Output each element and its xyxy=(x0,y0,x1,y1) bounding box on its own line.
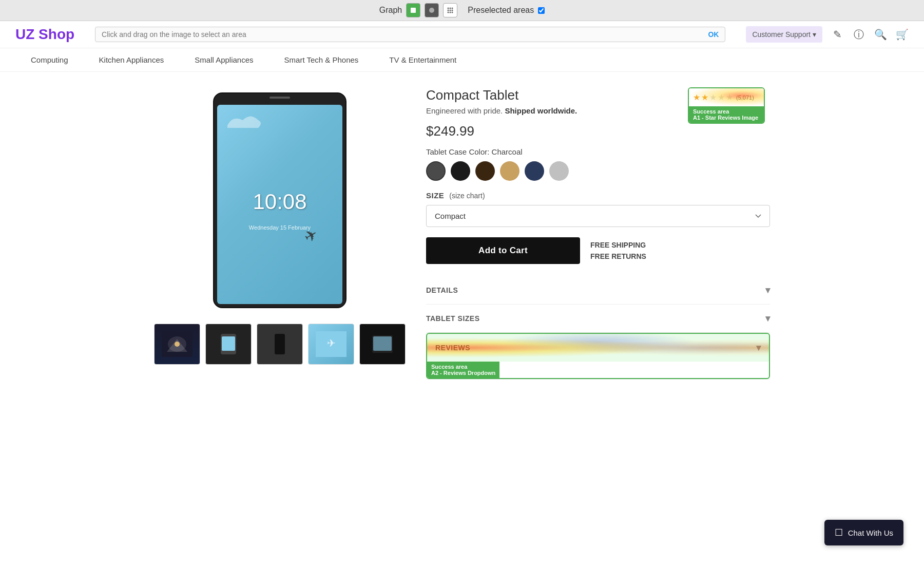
review-count: (5,071) xyxy=(736,95,754,101)
thumbnail-5[interactable] xyxy=(359,324,406,365)
tablet-device: 10:08 Wednesday 15 February ✈ xyxy=(213,92,346,308)
tablet-sizes-accordion: TABLET SIZES ▾ xyxy=(426,305,770,333)
main-content: 10:08 Wednesday 15 February ✈ xyxy=(128,72,796,395)
svg-text:✈: ✈ xyxy=(327,337,336,349)
header: UZ Shop OK Customer Support ▾ ✎ ⓘ 🔍 🛒 xyxy=(0,21,924,48)
size-chart-link[interactable]: (size chart) xyxy=(449,192,485,200)
tablet-sizes-arrow-icon: ▾ xyxy=(765,313,771,324)
subtitle-bold: Shipped worldwide. xyxy=(505,106,577,115)
tablet-date: Wednesday 15 February xyxy=(249,224,311,231)
star-1: ★ xyxy=(693,92,700,102)
graph-section: Graph xyxy=(379,3,457,17)
success-label-a2: Success area A2 - Reviews Dropdown xyxy=(427,362,499,378)
account-icon[interactable]: ✎ xyxy=(831,28,844,41)
color-swatch-charcoal[interactable] xyxy=(426,161,446,181)
thumbnail-row: ✈ xyxy=(154,324,406,365)
thumbnail-1[interactable] xyxy=(154,324,200,365)
star-3: ★ xyxy=(709,92,717,102)
location-icon[interactable]: ⓘ xyxy=(852,28,865,41)
thumbnail-2[interactable] xyxy=(205,324,252,365)
nav-item-kitchen[interactable]: Kitchen Appliances xyxy=(84,48,180,71)
add-to-cart-section: Add to Cart FREE SHIPPING FREE RETURNS xyxy=(426,237,770,264)
star-5: ★ xyxy=(726,92,733,102)
svg-point-4 xyxy=(452,8,453,9)
preselected-section: Preselected areas xyxy=(468,6,545,15)
reviews-label: REVIEWS xyxy=(435,344,470,352)
cart-icon[interactable]: 🛒 xyxy=(895,28,909,41)
color-swatch-black[interactable] xyxy=(451,161,470,181)
tablet-screen: 10:08 Wednesday 15 February ✈ xyxy=(217,105,342,304)
chevron-down-icon: ▾ xyxy=(813,30,816,39)
search-icon[interactable]: 🔍 xyxy=(874,28,887,41)
star-2: ★ xyxy=(701,92,708,102)
svg-point-6 xyxy=(450,10,451,11)
color-swatch-silver[interactable] xyxy=(549,161,569,181)
subtitle-plain: Engineered with pride. xyxy=(426,106,503,115)
search-input[interactable] xyxy=(102,30,704,39)
search-ok-button[interactable]: OK xyxy=(708,30,719,39)
svg-point-2 xyxy=(448,8,449,9)
svg-point-1 xyxy=(429,8,434,13)
thumbnail-3[interactable] xyxy=(257,324,303,365)
color-section: Tablet Case Color: Charcoal xyxy=(426,147,770,181)
success-sub-a2: A2 - Reviews Dropdown xyxy=(431,370,495,376)
size-header: SIZE (size chart) xyxy=(426,191,770,200)
svg-point-9 xyxy=(450,12,451,13)
nav-item-computing[interactable]: Computing xyxy=(15,48,84,71)
success-title-a2: Success area xyxy=(431,364,495,370)
reviews-arrow-icon: ▾ xyxy=(756,342,761,353)
star-4: ★ xyxy=(718,92,725,102)
graph-btn-dots[interactable] xyxy=(443,3,457,17)
success-sub-a1: A1 - Star Reviews Image xyxy=(693,115,760,121)
tablet-sizes-label: TABLET SIZES xyxy=(426,314,480,323)
graph-btn-square[interactable] xyxy=(406,3,420,17)
annotation-bar: Graph Preselected areas xyxy=(0,0,924,21)
customer-support-button[interactable]: Customer Support ▾ xyxy=(746,26,822,43)
star-reviews-widget: ★ ★ ★ ★ ★ (5,071) Success area A1 - Star… xyxy=(688,87,770,124)
site-logo[interactable]: UZ Shop xyxy=(15,26,74,43)
product-details: Compact Tablet Engineered with pride. Sh… xyxy=(426,87,770,380)
tablet-time: 10:08 xyxy=(253,190,306,214)
svg-point-8 xyxy=(448,12,449,13)
svg-rect-0 xyxy=(411,8,416,13)
details-accordion-header[interactable]: DETAILS ▾ xyxy=(426,276,770,304)
header-right: Customer Support ▾ ✎ ⓘ 🔍 🛒 xyxy=(746,26,909,43)
svg-rect-18 xyxy=(275,334,285,354)
svg-point-10 xyxy=(452,12,453,13)
color-swatch-navy[interactable] xyxy=(525,161,544,181)
details-accordion: DETAILS ▾ xyxy=(426,276,770,305)
nav-item-tv[interactable]: TV & Entertainment xyxy=(374,48,472,71)
reviews-accordion-header[interactable]: REVIEWS ▾ xyxy=(427,334,769,362)
add-to-cart-button[interactable]: Add to Cart xyxy=(426,237,580,264)
details-label: DETAILS xyxy=(426,286,458,294)
nav-item-smart-tech[interactable]: Smart Tech & Phones xyxy=(269,48,374,71)
search-bar: OK xyxy=(95,27,725,42)
details-arrow-icon: ▾ xyxy=(765,285,771,296)
thumbnail-4[interactable]: ✈ xyxy=(308,324,354,365)
size-section: SIZE (size chart) Compact Standard Large xyxy=(426,191,770,227)
svg-rect-23 xyxy=(373,336,392,351)
preselected-label: Preselected areas xyxy=(468,6,534,15)
tablet-sizes-accordion-header[interactable]: TABLET SIZES ▾ xyxy=(426,305,770,332)
success-title-a1: Success area xyxy=(693,108,760,115)
color-swatch-tan[interactable] xyxy=(500,161,519,181)
size-label: SIZE xyxy=(426,191,444,200)
shipping-line2: FREE RETURNS xyxy=(590,251,646,262)
product-images: 10:08 Wednesday 15 February ✈ xyxy=(154,87,406,380)
color-swatches xyxy=(426,161,770,181)
main-nav: Computing Kitchen Appliances Small Appli… xyxy=(0,48,924,72)
customer-support-label: Customer Support xyxy=(752,30,811,39)
shipping-line1: FREE SHIPPING xyxy=(590,239,646,251)
main-product-image: 10:08 Wednesday 15 February ✈ xyxy=(154,87,406,313)
graph-label: Graph xyxy=(379,6,402,15)
size-select[interactable]: Compact Standard Large xyxy=(426,205,770,227)
nav-item-small-appliances[interactable]: Small Appliances xyxy=(179,48,268,71)
success-label-a1: Success area A1 - Star Reviews Image xyxy=(689,106,764,123)
tablet-speaker xyxy=(270,97,290,99)
svg-rect-16 xyxy=(222,336,235,351)
color-swatch-darkbrown[interactable] xyxy=(475,161,495,181)
shipping-info: FREE SHIPPING FREE RETURNS xyxy=(590,239,646,262)
graph-btn-circle[interactable] xyxy=(425,3,439,17)
preselected-checkbox[interactable] xyxy=(538,7,545,14)
svg-point-7 xyxy=(452,10,453,11)
